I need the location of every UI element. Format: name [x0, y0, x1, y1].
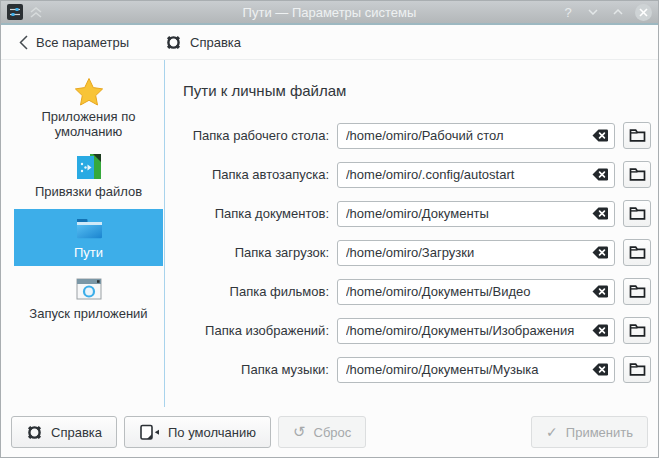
close-icon — [639, 8, 648, 17]
sidebar-item-paths[interactable]: Пути — [14, 209, 163, 266]
chevron-up-icon — [613, 9, 623, 15]
clear-input-button[interactable] — [584, 205, 610, 223]
autostart-folder-label: Папка автозапуска: — [181, 167, 329, 182]
reset-button-label: Сброс — [314, 425, 352, 440]
downloads-folder-field-wrap — [337, 240, 615, 266]
sidebar-item-default-applications[interactable]: Приложения по умолчанию — [14, 73, 163, 144]
movies-folder-input[interactable] — [337, 279, 615, 305]
folder-browse-icon — [629, 323, 646, 338]
system-settings-window: Пути — Параметры системы ? Все параметры — [0, 0, 659, 458]
desktop-folder-label: Папка рабочего стола: — [181, 128, 329, 143]
backspace-clear-icon — [585, 127, 610, 144]
clear-input-button[interactable] — [584, 166, 610, 184]
defaults-button[interactable]: По умолчанию — [124, 416, 271, 448]
folder-icon — [73, 212, 105, 244]
apply-button[interactable]: ✓ Применить — [531, 416, 648, 448]
button-bar: Справка По умолчанию ↺ Сброс ✓ Применить — [1, 407, 658, 457]
main-area: Приложения по умолчанию Привязки файлов — [1, 59, 658, 407]
pictures-folder-field-wrap — [337, 318, 615, 344]
sidebar-item-file-associations[interactable]: Привязки файлов — [14, 148, 163, 205]
sidebar-item-label: Приложения по умолчанию — [16, 110, 161, 139]
sidebar-item-app-launch[interactable]: Запуск приложений — [14, 270, 163, 327]
folder-browse-icon — [629, 167, 646, 182]
sidebar-item-label: Привязки файлов — [35, 185, 142, 200]
titlebar: Пути — Параметры системы ? — [1, 1, 658, 25]
back-button-label: Все параметры — [36, 35, 129, 50]
backspace-clear-icon — [585, 166, 610, 183]
paths-form: Папка рабочего стола: — [181, 122, 651, 383]
browse-folder-button[interactable] — [623, 122, 651, 149]
back-chevron-icon — [19, 35, 28, 50]
file-association-icon — [73, 151, 105, 183]
all-settings-back-button[interactable]: Все параметры — [19, 35, 129, 50]
sidebar: Приложения по умолчанию Привязки файлов — [1, 60, 165, 407]
page-title: Пути к личным файлам — [183, 82, 651, 99]
downloads-folder-label: Папка загрузок: — [181, 245, 329, 260]
folder-browse-icon — [629, 284, 646, 299]
pictures-folder-label: Папка изображений: — [181, 323, 329, 338]
backspace-clear-icon — [585, 322, 610, 339]
document-default-icon — [139, 424, 160, 441]
documents-folder-field-wrap — [337, 201, 615, 227]
music-folder-field-wrap — [337, 357, 615, 383]
defaults-button-label: По умолчанию — [168, 425, 256, 440]
star-icon — [73, 76, 105, 108]
backspace-clear-icon — [585, 205, 610, 222]
documents-folder-label: Папка документов: — [181, 206, 329, 221]
movies-folder-label: Папка фильмов: — [181, 284, 329, 299]
lifebuoy-help-icon — [26, 424, 43, 441]
app-icon — [7, 4, 23, 20]
minimize-button[interactable] — [585, 4, 601, 20]
reset-button[interactable]: ↺ Сброс — [278, 416, 366, 448]
toolbar-help-label: Справка — [190, 35, 241, 50]
autostart-folder-field-wrap — [337, 162, 615, 188]
sidebar-item-label: Пути — [74, 246, 103, 261]
maximize-button[interactable] — [610, 4, 626, 20]
movies-folder-field-wrap — [337, 279, 615, 305]
paths-panel: Пути к личным файлам Папка рабочего стол… — [165, 60, 659, 407]
help-button-label: Справка — [51, 425, 102, 440]
browse-folder-button[interactable] — [623, 278, 651, 305]
folder-browse-icon — [629, 362, 646, 377]
folder-browse-icon — [629, 128, 646, 143]
chevron-down-icon — [588, 9, 598, 15]
close-button[interactable] — [635, 4, 652, 21]
browse-folder-button[interactable] — [623, 356, 651, 383]
browse-folder-button[interactable] — [623, 200, 651, 227]
clear-input-button[interactable] — [584, 322, 610, 340]
folder-browse-icon — [629, 245, 646, 260]
downloads-folder-input[interactable] — [337, 240, 615, 266]
desktop-folder-input[interactable] — [337, 123, 615, 149]
clear-input-button[interactable] — [584, 127, 610, 145]
help-button[interactable]: Справка — [11, 416, 117, 448]
backspace-clear-icon — [585, 361, 610, 378]
app-window-icon — [73, 273, 105, 305]
undo-icon: ↺ — [293, 425, 306, 440]
lifebuoy-help-icon — [165, 34, 182, 51]
keep-above-icon[interactable] — [30, 7, 42, 18]
folder-browse-icon — [629, 206, 646, 221]
desktop-folder-field-wrap — [337, 123, 615, 149]
checkmark-icon: ✓ — [546, 425, 558, 439]
sliders-icon — [9, 6, 21, 18]
music-folder-label: Папка музыки: — [181, 362, 329, 377]
music-folder-input[interactable] — [337, 357, 615, 383]
sidebar-item-label: Запуск приложений — [29, 307, 147, 322]
autostart-folder-input[interactable] — [337, 162, 615, 188]
clear-input-button[interactable] — [584, 283, 610, 301]
pictures-folder-input[interactable] — [337, 318, 615, 344]
backspace-clear-icon — [585, 244, 610, 261]
browse-folder-button[interactable] — [623, 317, 651, 344]
toolbar-help-button[interactable]: Справка — [165, 34, 241, 51]
clear-input-button[interactable] — [584, 244, 610, 262]
apply-button-label: Применить — [566, 425, 633, 440]
clear-input-button[interactable] — [584, 361, 610, 379]
browse-folder-button[interactable] — [623, 161, 651, 188]
browse-folder-button[interactable] — [623, 239, 651, 266]
toolbar: Все параметры Справка — [1, 25, 658, 59]
backspace-clear-icon — [585, 283, 610, 300]
documents-folder-input[interactable] — [337, 201, 615, 227]
window-help-button[interactable]: ? — [560, 4, 576, 20]
